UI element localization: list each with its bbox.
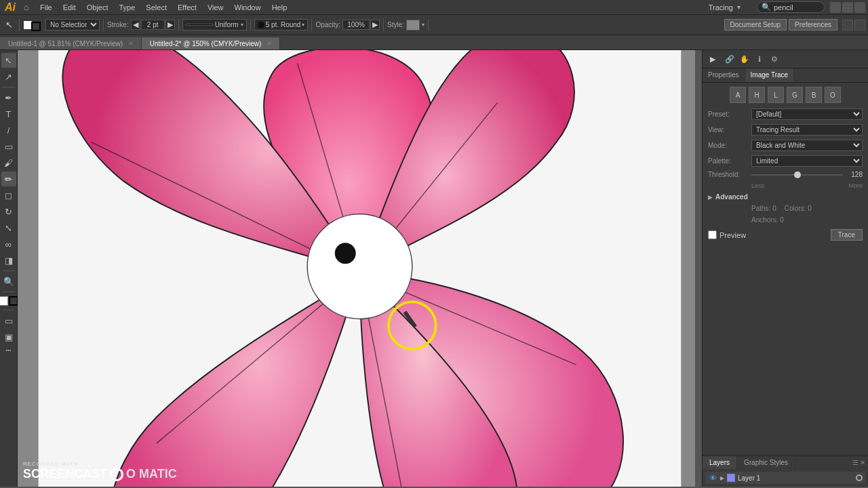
menu-file[interactable]: File <box>35 2 57 13</box>
layers-tab[interactable]: Layers <box>703 456 737 469</box>
stroke-increase[interactable]: ▶ <box>165 20 175 30</box>
stroke-label: Stroke: <box>107 21 129 28</box>
tab-untitled1[interactable]: Untitled-1 @ 51.81% (CMYK/Preview) × <box>0 37 142 49</box>
trace-icons-row: A H L G B O <box>708 87 863 103</box>
close-tab-2[interactable]: × <box>267 40 271 47</box>
menu-window[interactable]: Window <box>230 2 266 13</box>
document-setup-button[interactable]: Document Setup <box>724 19 787 30</box>
menu-view[interactable]: View <box>203 2 229 13</box>
preferences-button[interactable]: Preferences <box>789 19 837 30</box>
palette-row: Palette: Limited <box>708 155 863 167</box>
panel-icon-3[interactable] <box>854 2 865 13</box>
home-icon[interactable]: ⌂ <box>19 0 34 15</box>
graphic-styles-tab[interactable]: Graphic Styles <box>737 456 795 469</box>
pencil-tool[interactable]: ✏ <box>1 171 16 186</box>
recorded-with-text: RECORDED WITH <box>23 461 177 467</box>
view-dropdown[interactable]: Tracing Result <box>751 124 863 136</box>
mode-dropdown[interactable]: Black and White <box>751 140 863 151</box>
rect-tool[interactable]: ▭ <box>1 139 16 154</box>
threshold-label: Threshold: <box>708 171 749 178</box>
flower-artwork <box>18 50 702 487</box>
link-icon[interactable]: 🔗 <box>723 52 736 66</box>
menu-type[interactable]: Type <box>115 2 140 13</box>
menu-edit[interactable]: Edit <box>58 2 81 13</box>
threshold-value: 128 <box>846 171 863 178</box>
trace-icon-low-color[interactable]: L <box>768 87 784 103</box>
trace-icon-high-color[interactable]: H <box>749 87 765 103</box>
pen-tool[interactable]: ✒ <box>1 90 16 105</box>
settings-icon[interactable]: ⚙ <box>768 52 781 66</box>
brush-size-selector[interactable]: 5 pt. Round ▾ <box>254 19 309 30</box>
layer-1-row: 👁 ▶ Layer 1 <box>705 472 865 484</box>
stroke-color[interactable] <box>31 22 41 31</box>
fill-swatch[interactable] <box>0 296 8 306</box>
opacity-menu[interactable]: ▶ <box>370 20 380 30</box>
preset-label: Preset: <box>708 110 749 118</box>
tools-more[interactable]: ••• <box>5 347 11 353</box>
scale-tool[interactable]: ⤡ <box>1 220 16 235</box>
layer-target-circle[interactable] <box>856 474 863 481</box>
hand-icon[interactable]: ✋ <box>738 52 751 66</box>
trace-icon-auto[interactable]: A <box>730 87 746 103</box>
layers-content: 👁 ▶ Layer 1 <box>703 469 868 487</box>
layer-visibility-toggle[interactable]: 👁 <box>708 473 717 483</box>
style-label: Style: <box>387 21 404 28</box>
panel-icon-1[interactable] <box>830 2 841 13</box>
advanced-row[interactable]: ▶ Advanced <box>708 193 863 201</box>
direct-selection-tool[interactable]: ↗ <box>1 69 16 84</box>
menu-select[interactable]: Select <box>141 2 172 13</box>
play-button[interactable]: ▶ <box>705 52 720 66</box>
close-tab-1[interactable]: × <box>129 40 133 47</box>
stroke-value-input[interactable] <box>141 20 165 30</box>
search-box[interactable]: 🔍 pencil <box>757 1 825 13</box>
panel-icon-2[interactable] <box>842 2 853 13</box>
trace-icon-bw[interactable]: B <box>806 87 822 103</box>
canvas-scrollbar[interactable] <box>695 50 702 487</box>
tracing-arrow[interactable]: ▾ <box>737 3 741 11</box>
trace-icon-grayscale[interactable]: G <box>787 87 803 103</box>
layer-expand-arrow[interactable]: ▶ <box>720 475 724 481</box>
properties-tab[interactable]: Properties <box>703 68 745 82</box>
stroke-swatch[interactable] <box>9 296 18 306</box>
select-tool[interactable]: ↖ <box>3 18 16 31</box>
selection-tool[interactable]: ↖ <box>1 53 16 68</box>
rotate-tool[interactable]: ↻ <box>1 204 16 219</box>
drawing-modes[interactable]: ▭ <box>1 313 16 328</box>
type-tool[interactable]: T <box>1 106 16 121</box>
threshold-slider[interactable] <box>751 174 843 176</box>
blend-tool[interactable]: ∞ <box>1 237 16 251</box>
panel-close-icon[interactable]: ✕ <box>860 459 865 466</box>
palette-label: Palette: <box>708 157 749 165</box>
stroke-decrease[interactable]: ◀ <box>131 20 140 30</box>
selection-type[interactable]: No Selection <box>45 19 100 30</box>
info-icon[interactable]: ℹ <box>753 52 766 66</box>
preset-dropdown[interactable]: [Default] <box>751 108 863 120</box>
screencast-text: SCREENCAST <box>23 467 107 481</box>
stroke-style-selector[interactable]: Uniform ▾ <box>182 19 247 30</box>
zoom-tool[interactable]: 🔍 <box>1 274 16 289</box>
paintbrush-tool[interactable]: 🖌 <box>1 155 16 170</box>
image-trace-tab[interactable]: Image Trace <box>745 68 795 82</box>
menu-help[interactable]: Help <box>267 2 292 13</box>
opacity-label: Opacity: <box>315 21 340 28</box>
opacity-input[interactable] <box>342 20 370 30</box>
tab-untitled2[interactable]: Untitled-2* @ 150% (CMYK/Preview) × <box>142 37 280 49</box>
line-tool[interactable]: / <box>1 123 16 138</box>
style-preview[interactable] <box>406 20 420 30</box>
gradient-tool[interactable]: ◨ <box>1 253 16 268</box>
canvas-area[interactable]: RECORDED WITH SCREENCAST O MATIC <box>18 50 702 487</box>
menu-object[interactable]: Object <box>82 2 113 13</box>
preview-checkbox[interactable] <box>708 230 717 239</box>
menu-effect[interactable]: Effect <box>173 2 201 13</box>
more-label: More <box>848 182 863 189</box>
align-icon[interactable] <box>854 20 865 30</box>
stats-row: Paths: 0 Colors: 0 <box>708 205 863 212</box>
screen-mode[interactable]: ▣ <box>1 329 16 344</box>
panel-options-icon[interactable]: ☰ <box>852 459 859 466</box>
palette-dropdown[interactable]: Limited <box>751 155 863 167</box>
trace-button[interactable]: Trace <box>831 229 863 241</box>
arrange-icon[interactable] <box>842 20 853 30</box>
eraser-tool[interactable]: ◻ <box>1 188 16 203</box>
trace-icon-outline[interactable]: O <box>825 87 841 103</box>
style-arrow[interactable]: ▾ <box>422 22 425 28</box>
